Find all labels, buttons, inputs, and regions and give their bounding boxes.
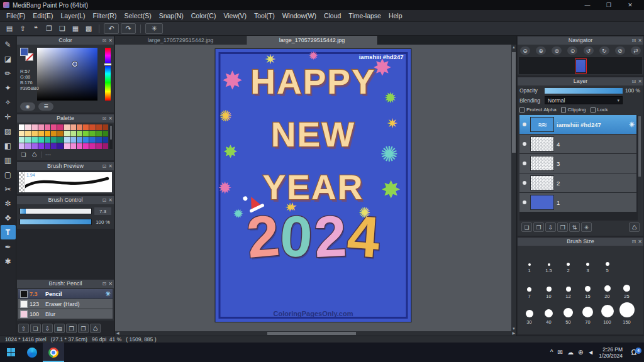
menu-item-color-c[interactable]: Color(C) (187, 11, 220, 21)
palette-swatch[interactable] (38, 137, 44, 143)
material-icon[interactable]: ▩ (83, 24, 94, 34)
brush-size-option[interactable]: 5 (597, 248, 617, 274)
palette-swatch[interactable] (96, 137, 102, 143)
merge-down-icon[interactable]: ⇩ (545, 222, 556, 232)
palette-swatch[interactable] (64, 143, 70, 149)
palette-swatch[interactable] (70, 137, 76, 143)
brush-size-option[interactable]: 50 (558, 300, 578, 326)
layer-row-2[interactable]: 2 (519, 173, 636, 192)
menu-item-cloud[interactable]: Cloud (320, 11, 345, 21)
start-button[interactable] (0, 343, 21, 362)
brush-up-icon[interactable]: ⇧ (18, 324, 29, 333)
checkbox-clipping[interactable]: Clipping (561, 107, 586, 112)
select-tool[interactable]: ▢ (1, 167, 16, 182)
brush-item-eraser-hard[interactable]: 123Eraser (Hard) (18, 299, 113, 309)
saturation-value-picker[interactable] (37, 48, 97, 101)
palette-swatch[interactable] (51, 143, 57, 149)
close-panel-icon[interactable]: ✕ (108, 196, 113, 204)
add-swatch-icon[interactable]: ❏ (19, 151, 28, 158)
palette-swatch[interactable] (19, 131, 25, 136)
brush-size-option[interactable]: 100 (597, 300, 617, 326)
layer-visibility-icon[interactable] (523, 162, 526, 165)
brush-size-option[interactable]: 1.5 (539, 248, 558, 274)
vertical-scrollbar[interactable]: ▲ ▼ (511, 45, 516, 331)
layer-list-scrollbar[interactable] (638, 115, 641, 221)
network-icon[interactable]: ⊕ (578, 349, 583, 356)
canvas-icon[interactable]: ▤ (4, 24, 15, 34)
zoom-reset-icon[interactable]: ⊜ (552, 47, 562, 55)
canvas-viewport[interactable]: iamshiii #hd247 HAPPY NEW YEAR 2024 Colo… (115, 45, 511, 331)
palette-swatch[interactable] (57, 124, 63, 130)
grid-icon[interactable]: ▦ (70, 24, 81, 34)
close-panel-icon[interactable]: ✕ (638, 36, 642, 45)
brush-size-option[interactable]: 2 (558, 248, 578, 274)
foreground-color-swatch[interactable] (20, 48, 28, 56)
close-panel-icon[interactable]: ✕ (108, 114, 113, 123)
document-tab-1[interactable]: large_1705729515442.jpg (115, 36, 247, 45)
gradient-tool[interactable]: ▥ (1, 153, 16, 167)
palette-swatch[interactable] (77, 131, 82, 136)
close-panel-icon[interactable]: ✕ (638, 77, 642, 85)
layer-row-4[interactable]: 4 (519, 134, 636, 153)
palette-swatch[interactable] (64, 124, 70, 130)
layer-visibility-icon[interactable] (523, 142, 526, 146)
menu-item-window-w[interactable]: Window(W) (279, 11, 320, 21)
chrome-taskbar-button[interactable] (43, 343, 64, 362)
float-panel-icon[interactable]: ⊡ (632, 36, 636, 45)
float-panel-icon[interactable]: ⊡ (103, 280, 107, 288)
blending-select[interactable]: Normal ▾ (545, 96, 623, 104)
color-wheel-icon[interactable]: ◉ (20, 102, 35, 111)
layer-settings-icon[interactable]: ✳ (629, 121, 635, 129)
menu-item-file-f[interactable]: File(F) (3, 11, 29, 21)
palette-swatch[interactable] (57, 131, 63, 136)
close-panel-icon[interactable]: ✕ (108, 36, 113, 45)
palette-swatch[interactable] (70, 131, 76, 136)
blur-tool[interactable]: ✧ (1, 95, 16, 109)
palette-swatch[interactable] (25, 137, 31, 143)
layer-scroll-thumb[interactable] (638, 116, 641, 177)
palette-swatch[interactable] (25, 143, 31, 149)
palette-swatch[interactable] (77, 124, 82, 130)
brush-opacity-slider[interactable] (19, 219, 92, 225)
zoom-out-icon[interactable]: ⊖ (520, 47, 530, 55)
zoom-in-icon[interactable]: ⊕ (536, 47, 546, 55)
float-panel-icon[interactable]: ⊡ (103, 162, 107, 170)
undo-button[interactable]: ↶ (104, 23, 119, 34)
delete-brush-icon[interactable]: ♺ (90, 324, 101, 333)
comment-icon[interactable]: ❝ (30, 24, 42, 34)
navigator-preview-area[interactable] (519, 57, 642, 74)
airbrush-tool[interactable]: ✦ (1, 80, 16, 95)
palette-swatch[interactable] (19, 124, 25, 130)
taskbar-clock[interactable]: 2:26 PM 1/20/2024 (599, 346, 623, 359)
duplicate-layer-icon[interactable]: ❐ (533, 222, 544, 232)
palette-swatch[interactable] (19, 137, 25, 143)
checkbox-lock[interactable]: Lock (591, 107, 608, 112)
palette-swatch[interactable] (38, 143, 44, 149)
layer-visibility-icon[interactable] (523, 181, 526, 185)
palette-swatch[interactable] (38, 131, 44, 136)
layer-visibility-icon[interactable] (523, 200, 526, 204)
color-picker-marker[interactable] (72, 62, 77, 67)
mail-icon[interactable]: ✉ (557, 349, 562, 356)
brush-tool[interactable]: ✏ (1, 66, 16, 80)
add-layer-icon[interactable]: ❏ (521, 222, 532, 232)
bucket-tool[interactable]: ◧ (1, 138, 16, 153)
layer-row-1[interactable]: 1 (519, 193, 636, 212)
palette-swatch[interactable] (103, 137, 108, 143)
delete-layer-icon[interactable]: ♺ (629, 222, 640, 232)
duplicate-icon[interactable]: ❐ (43, 24, 55, 34)
vertical-scroll-thumb[interactable] (512, 52, 516, 153)
palette-scrollbar[interactable] (109, 124, 113, 149)
menu-item-select-s[interactable]: Select(S) (120, 11, 155, 21)
brush-item-blur[interactable]: 100Blur (18, 309, 113, 319)
operation-tool[interactable]: ✥ (1, 211, 16, 225)
layer-row-3[interactable]: 3 (519, 154, 636, 173)
menu-item-help[interactable]: Help (385, 11, 406, 21)
horizontal-scrollbar[interactable]: ◀ ▶ (115, 331, 516, 336)
menu-item-filter-r[interactable]: Filter(R) (89, 11, 121, 21)
document-tab-2[interactable]: large_1705729515442.jpg (247, 36, 378, 45)
add-folder-icon[interactable]: ❒ (557, 222, 568, 232)
layer-order-icon[interactable]: ⇅ (569, 222, 580, 232)
export-icon[interactable]: ⇧ (17, 24, 28, 34)
duplicate-brush-icon[interactable]: ❐ (78, 324, 89, 333)
